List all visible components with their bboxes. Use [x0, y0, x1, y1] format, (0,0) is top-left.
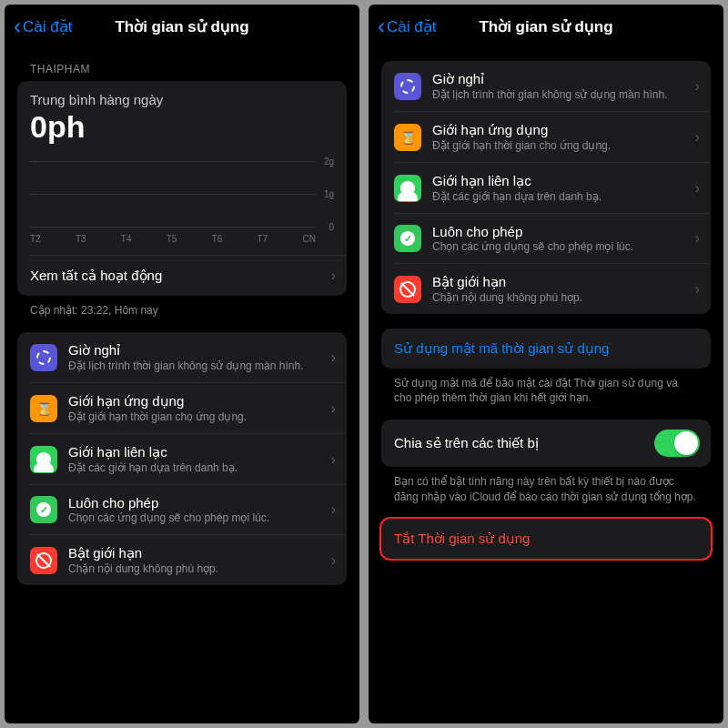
row-title: Bật giới hạn	[432, 274, 684, 290]
row-subtitle: Chọn các ứng dụng sẽ cho phép mọi lúc.	[432, 240, 684, 253]
row-subtitle: Đặt lịch trình thời gian không sử dụng m…	[68, 359, 320, 372]
row-subtitle: Chọn các ứng dụng sẽ cho phép mọi lúc.	[68, 511, 320, 524]
row-title: Bật giới hạn	[68, 545, 320, 561]
contact-icon	[394, 175, 421, 202]
contact-icon	[30, 446, 57, 473]
updated-note: Cập nhật: 23:22, Hôm nay	[17, 296, 347, 318]
back-label: Cài đặt	[23, 17, 72, 36]
communication-limits-row[interactable]: Giới hạn liên lạc Đặt các giới hạn dựa t…	[381, 163, 711, 213]
row-title: Giờ nghỉ	[68, 342, 320, 359]
chevron-right-icon: ›	[695, 281, 700, 298]
check-icon: ✓	[30, 496, 57, 523]
row-title: Luôn cho phép	[432, 224, 684, 239]
row-subtitle: Chặn nội dung không phù hợp.	[432, 291, 684, 304]
limits-group: Giờ nghỉ Đặt lịch trình thời gian không …	[381, 61, 711, 314]
chevron-right-icon: ›	[695, 230, 700, 247]
use-passcode-row[interactable]: Sử dụng mật mã thời gian sử dụng	[381, 329, 711, 369]
no-entry-icon	[394, 276, 421, 303]
navbar: ‹ Cài đặt Thời gian sử dụng	[5, 5, 359, 46]
content-restrictions-row[interactable]: Bật giới hạn Chặn nội dung không phù hợp…	[381, 264, 711, 314]
row-subtitle: Đặt lịch trình thời gian không sử dụng m…	[432, 88, 684, 101]
passcode-note: Sử dụng mật mã để bảo mật cài đặt Thời g…	[381, 369, 711, 405]
share-note: Bạn có thể bật tính năng này trên bất kỳ…	[381, 467, 711, 503]
chevron-left-icon: ‹	[14, 15, 21, 37]
chevron-right-icon: ›	[695, 180, 700, 197]
chevron-right-icon: ›	[331, 552, 336, 569]
row-title: Giới hạn liên lạc	[432, 173, 684, 189]
row-subtitle: Đặt các giới hạn dựa trên danh bạ.	[432, 190, 684, 203]
owner-label: THAIPHAM	[30, 63, 347, 76]
chevron-right-icon: ›	[331, 400, 336, 417]
always-allowed-row[interactable]: ✓ Luôn cho phép Chọn các ứng dụng sẽ cho…	[381, 214, 711, 263]
app-limits-row[interactable]: Giới hạn ứng dụng Đặt giới hạn thời gian…	[381, 112, 711, 162]
back-label: Cài đặt	[387, 17, 436, 36]
y-label: 0	[329, 222, 334, 232]
row-title: Giới hạn liên lạc	[68, 444, 320, 460]
row-subtitle: Đặt giới hạn thời gian cho ứng dụng.	[68, 410, 320, 423]
chevron-right-icon: ›	[331, 501, 336, 518]
usage-chart: 2g 1g 0	[30, 154, 334, 230]
share-label: Chia sẻ trên các thiết bị	[394, 435, 643, 451]
phone-left: ‹ Cài đặt Thời gian sử dụng THAIPHAM Tru…	[5, 5, 359, 723]
row-subtitle: Đặt các giới hạn dựa trên danh bạ.	[68, 461, 320, 474]
phone-right: ‹ Cài đặt Thời gian sử dụng Giờ nghỉ Đặt…	[369, 5, 723, 723]
y-label: 2g	[324, 157, 334, 167]
passcode-label: Sử dụng mật mã thời gian sử dụng	[394, 340, 700, 357]
downtime-row[interactable]: Giờ nghỉ Đặt lịch trình thời gian không …	[17, 332, 347, 382]
see-all-label: Xem tất cả hoạt động	[30, 268, 320, 284]
no-entry-icon	[30, 547, 57, 574]
content-restrictions-row[interactable]: Bật giới hạn Chặn nội dung không phù hợp…	[17, 535, 347, 585]
row-title: Luôn cho phép	[68, 495, 320, 511]
share-devices-row: Chia sẻ trên các thiết bị	[381, 420, 711, 467]
avg-label: Trung bình hàng ngày	[30, 92, 334, 107]
row-title: Giới hạn ứng dụng	[432, 122, 684, 138]
downtime-icon	[394, 73, 421, 100]
x-labels: T2 T3 T4 T5 T6 T7 CN	[30, 234, 334, 244]
row-subtitle: Chặn nội dung không phù hợp.	[68, 562, 320, 575]
turn-off-label: Tắt Thời gian sử dụng	[394, 531, 700, 547]
row-subtitle: Đặt giới hạn thời gian cho ứng dụng.	[432, 139, 684, 152]
chevron-right-icon: ›	[331, 268, 336, 284]
row-title: Giờ nghỉ	[432, 71, 684, 87]
hourglass-icon	[394, 124, 421, 151]
back-button[interactable]: ‹ Cài đặt	[378, 15, 436, 37]
back-button[interactable]: ‹ Cài đặt	[14, 15, 72, 37]
downtime-row[interactable]: Giờ nghỉ Đặt lịch trình thời gian không …	[381, 61, 711, 111]
limits-group: Giờ nghỉ Đặt lịch trình thời gian không …	[17, 332, 347, 585]
turn-off-screentime[interactable]: Tắt Thời gian sử dụng	[381, 519, 711, 559]
row-title: Giới hạn ứng dụng	[68, 393, 320, 410]
hourglass-icon	[30, 395, 57, 422]
avg-value: 0ph	[30, 109, 334, 145]
see-all-activity[interactable]: Xem tất cả hoạt động ›	[17, 256, 347, 296]
downtime-icon	[30, 344, 57, 371]
communication-limits-row[interactable]: Giới hạn liên lạc Đặt các giới hạn dựa t…	[17, 434, 347, 484]
chevron-right-icon: ›	[331, 451, 336, 468]
y-label: 1g	[324, 189, 334, 199]
share-toggle[interactable]	[654, 430, 700, 457]
chevron-left-icon: ‹	[378, 15, 385, 37]
chevron-right-icon: ›	[695, 78, 700, 95]
check-icon: ✓	[394, 225, 421, 252]
app-limits-row[interactable]: Giới hạn ứng dụng Đặt giới hạn thời gian…	[17, 383, 347, 433]
always-allowed-row[interactable]: ✓ Luôn cho phép Chọn các ứng dụng sẽ cho…	[17, 485, 347, 534]
usage-card: Trung bình hàng ngày 0ph 2g 1g 0 T2 T3 T…	[17, 81, 347, 296]
chevron-right-icon: ›	[695, 129, 700, 146]
navbar: ‹ Cài đặt Thời gian sử dụng	[369, 5, 723, 46]
chevron-right-icon: ›	[331, 349, 336, 366]
